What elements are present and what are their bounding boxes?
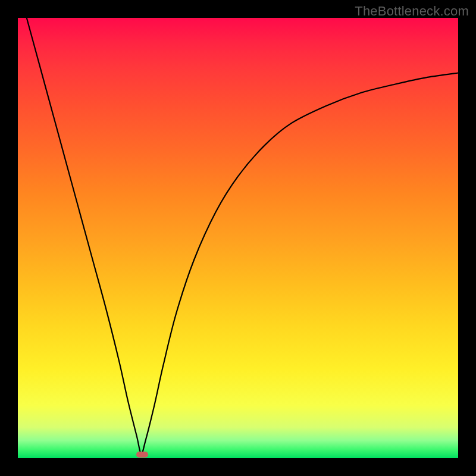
bottleneck-curve bbox=[18, 18, 458, 458]
outer-frame: TheBottleneck.com bbox=[0, 0, 476, 476]
minimum-marker bbox=[136, 452, 148, 458]
plot-area bbox=[18, 18, 458, 458]
watermark-text: TheBottleneck.com bbox=[355, 4, 469, 19]
